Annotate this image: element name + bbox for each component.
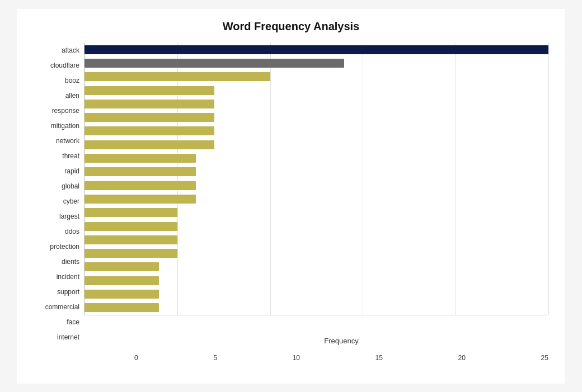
y-label: response (34, 105, 79, 116)
grid-line (270, 43, 271, 315)
bar (85, 100, 214, 108)
bar (85, 72, 270, 81)
y-label: cloudflare (34, 60, 79, 71)
bar-row (85, 193, 548, 205)
grid-line (363, 43, 363, 315)
bar-row (85, 289, 548, 300)
bar-row (85, 44, 548, 55)
y-label: network (34, 135, 79, 147)
bar (85, 235, 177, 244)
bar (85, 126, 214, 135)
y-label: largest (34, 211, 79, 222)
bar-row (85, 71, 548, 82)
bar (85, 208, 177, 217)
bar-row (85, 248, 548, 259)
x-tick-label: 10 (293, 354, 300, 362)
x-axis-title: Frequency (134, 337, 548, 345)
bar (85, 262, 159, 271)
bar (85, 249, 177, 258)
bar-row (85, 98, 548, 110)
bar (85, 195, 196, 204)
bar-row (85, 58, 548, 69)
bar-row (85, 207, 548, 218)
y-label: ddos (34, 226, 79, 237)
x-tick-label: 5 (213, 354, 217, 362)
bar-row (85, 302, 548, 313)
x-tick-label: 0 (134, 354, 138, 362)
bar (85, 222, 177, 231)
y-label: internet (34, 332, 79, 343)
grid-line (177, 43, 178, 315)
y-label: commercial (34, 301, 79, 313)
bar (85, 290, 159, 299)
y-label: face (34, 317, 79, 328)
bar (85, 303, 159, 312)
bar-row (85, 125, 548, 136)
y-label: global (34, 181, 79, 192)
bar (85, 154, 196, 163)
grid-line (456, 43, 456, 315)
bar (85, 45, 548, 54)
y-label: rapid (34, 166, 79, 177)
bar (85, 59, 344, 68)
bar-row (85, 166, 548, 177)
y-label: cyber (34, 196, 79, 207)
x-tick-label: 15 (376, 354, 383, 362)
chart-container: Word Frequency Analysis attackcloudflare… (17, 9, 565, 384)
chart-title: Word Frequency Analysis (34, 20, 548, 33)
bar-row (85, 275, 548, 286)
x-tick-label: 20 (458, 354, 466, 362)
y-label: dients (34, 256, 79, 267)
bar-row (85, 153, 548, 164)
bar (85, 140, 214, 149)
bar-row (85, 139, 548, 150)
y-label: threat (34, 150, 79, 162)
chart-area: attackcloudflareboozallenresponsemitigat… (34, 43, 548, 345)
bar (85, 276, 159, 285)
y-label: incident (34, 271, 79, 282)
x-tick-label: 25 (541, 354, 548, 362)
bars-area (84, 43, 548, 315)
bar-row (85, 180, 548, 191)
bar-row (85, 112, 548, 123)
bar-row (85, 261, 548, 272)
y-label: attack (34, 45, 79, 56)
y-label: allen (34, 90, 79, 101)
y-label: protection (34, 241, 79, 252)
x-axis-container: 0510152025 Frequency (134, 315, 548, 345)
bar (85, 86, 214, 95)
y-label: mitigation (34, 120, 79, 131)
grid-line (548, 43, 549, 315)
bar (85, 181, 196, 190)
bar-row (85, 234, 548, 245)
y-label: support (34, 286, 79, 297)
bar (85, 167, 196, 176)
bar (85, 113, 214, 122)
bar-row (85, 221, 548, 232)
y-label: booz (34, 75, 79, 86)
grid-line (85, 43, 85, 315)
bar-row (85, 85, 548, 96)
y-axis: attackcloudflareboozallenresponsemitigat… (34, 43, 84, 345)
